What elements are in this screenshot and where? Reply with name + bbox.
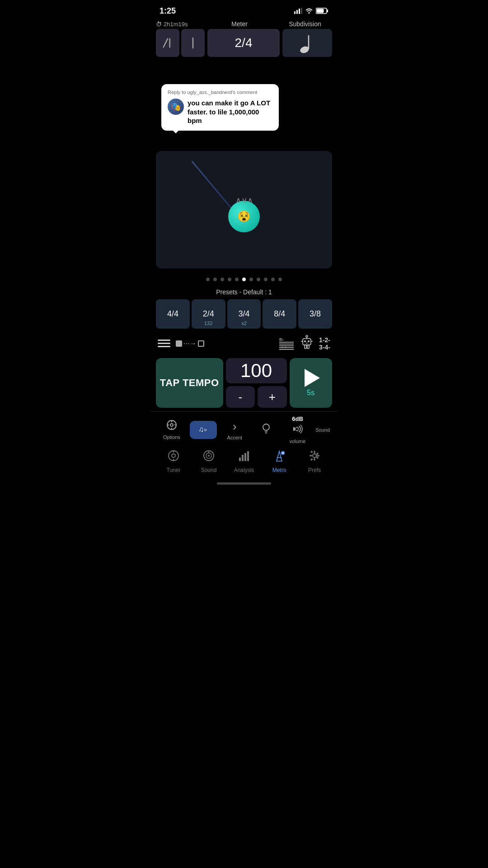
dot-3[interactable] xyxy=(221,278,224,281)
dot-8[interactable] xyxy=(257,278,260,281)
beat-pattern-2-button[interactable] xyxy=(181,29,205,57)
sheet-music-button[interactable]: B♭ ♩ ♩ xyxy=(278,336,295,351)
nav-sound-top[interactable]: 6dB volume xyxy=(284,415,311,444)
analysis-icon xyxy=(238,449,250,465)
svg-point-26 xyxy=(306,335,308,337)
anim-box-filled xyxy=(176,340,182,347)
dot-10[interactable] xyxy=(271,278,275,281)
accent-icon: › xyxy=(233,420,237,434)
dot-11[interactable] xyxy=(278,278,282,281)
list-icon xyxy=(158,340,170,347)
count-label: 1-2-3-4- xyxy=(319,336,330,351)
svg-point-30 xyxy=(170,424,173,426)
svg-point-23 xyxy=(308,340,310,342)
subdivision-button[interactable] xyxy=(282,29,332,57)
bpm-display: 100 xyxy=(226,358,287,383)
sound-top-label: volume xyxy=(290,439,305,444)
preset-8-4-label: 8/4 xyxy=(274,309,285,319)
comment-reply-label: Reply to ugly_ass._bandnerd's comment xyxy=(168,90,272,95)
dot-9[interactable] xyxy=(264,278,267,281)
preset-4-4-label: 4/4 xyxy=(167,309,178,319)
comment-text: you can make it go A LOT faster. to lile… xyxy=(188,99,272,125)
preset-3-4-button[interactable]: 3/4 x2 xyxy=(227,299,261,329)
bottom-nav-main: Tuner Sound Analysis xyxy=(150,446,338,481)
status-bar: 1:25 xyxy=(150,0,338,20)
svg-rect-49 xyxy=(242,455,244,461)
nav-sound-main[interactable]: Sound xyxy=(193,449,225,473)
tap-tempo-button[interactable]: TAP TEMPO xyxy=(156,358,223,408)
dot-6-active[interactable] xyxy=(242,278,246,281)
crown-icon: ∧∨∧ xyxy=(235,195,253,205)
tools-row: ···→ B♭ ♩ ♩ xyxy=(150,332,338,354)
svg-point-55 xyxy=(313,454,316,458)
nav-options[interactable]: Options xyxy=(158,420,185,440)
preset-3-8-button[interactable]: 3/8 xyxy=(298,299,332,329)
svg-point-37 xyxy=(263,424,269,430)
tuner-label: Tuner xyxy=(167,467,181,473)
presets-label: Presets - Default : 1 xyxy=(150,287,338,299)
bpm-plus-label: + xyxy=(269,390,276,404)
preset-2-4-button[interactable]: 2/4 132 xyxy=(192,299,225,329)
svg-rect-48 xyxy=(239,458,241,461)
bpm-adj-row: - + xyxy=(226,386,287,408)
svg-rect-51 xyxy=(247,451,249,461)
svg-line-7 xyxy=(164,39,168,47)
svg-rect-20 xyxy=(305,345,306,349)
options-icon xyxy=(166,420,177,433)
meter-button[interactable]: 2/4 xyxy=(207,29,280,57)
timer-icon: ⏱ xyxy=(156,21,162,28)
options-label: Options xyxy=(163,434,180,440)
nav-light[interactable] xyxy=(253,423,280,437)
comment-popup: Reply to ugly_ass._bandnerd's comment 🎭 … xyxy=(161,84,279,131)
preset-2-4-label: 2/4 xyxy=(203,309,214,319)
page-dots xyxy=(150,272,338,287)
animation-button[interactable]: ···→ xyxy=(176,340,204,348)
bpm-plus-button[interactable]: + xyxy=(258,386,287,408)
dot-1[interactable] xyxy=(206,278,210,281)
svg-rect-50 xyxy=(244,453,246,461)
svg-rect-5 xyxy=(327,9,328,12)
robot-button[interactable] xyxy=(300,335,314,352)
nav-tuner[interactable]: Tuner xyxy=(158,449,189,473)
status-icons xyxy=(294,8,328,14)
dot-2[interactable] xyxy=(213,278,217,281)
bpm-section: TAP TEMPO 100 - + 5s xyxy=(150,358,338,408)
svg-text:B♭: B♭ xyxy=(279,337,284,342)
dot-7[interactable] xyxy=(249,278,253,281)
tuner-icon xyxy=(167,449,180,465)
dot-5[interactable] xyxy=(235,278,239,281)
svg-point-46 xyxy=(208,455,210,457)
metronome-display: ∧∨∧ 😵 xyxy=(156,151,332,269)
metronome-top-area: Reply to ugly_ass._bandnerd's comment 🎭 … xyxy=(156,57,332,147)
preset-8-4-button[interactable]: 8/4 xyxy=(263,299,296,329)
svg-text:♫: ♫ xyxy=(198,425,204,433)
subdivision-label: Subdivision xyxy=(289,20,321,28)
anim-arrow-icon: ···→ xyxy=(183,340,197,348)
beat-pattern-1-button[interactable] xyxy=(156,29,179,57)
list-button[interactable] xyxy=(158,340,170,347)
nav-accent[interactable]: › Accent xyxy=(221,420,248,440)
nav-analysis[interactable]: Analysis xyxy=(228,449,260,473)
bpm-minus-button[interactable]: - xyxy=(226,386,255,408)
nav-metro[interactable]: + Metro xyxy=(263,449,295,473)
svg-point-41 xyxy=(172,454,175,458)
preset-3-4-label: 3/4 xyxy=(238,309,249,319)
signal-icon xyxy=(294,8,302,14)
svg-rect-6 xyxy=(317,9,324,13)
nav-prefs[interactable]: Prefs xyxy=(299,449,330,473)
sound-main-label: Sound xyxy=(201,467,217,473)
volume-indicator: 6dB xyxy=(292,415,303,422)
status-time: 1:25 xyxy=(160,6,176,16)
sound-main-icon xyxy=(202,449,215,465)
accent-label: Accent xyxy=(227,435,242,440)
bottom-nav-top: Options ♫ = › Accent 6dB xyxy=(150,411,338,446)
preset-4-4-button[interactable]: 4/4 xyxy=(156,299,190,329)
preset-3-8-label: 3/8 xyxy=(310,309,321,319)
count-button[interactable]: 1-2-3-4- xyxy=(319,336,330,351)
dot-4[interactable] xyxy=(228,278,231,281)
subdivision-header: Subdivision xyxy=(278,20,332,28)
meter-header: Meter xyxy=(201,20,278,28)
play-button[interactable]: 5s xyxy=(290,358,333,408)
sound-label-top: Sound xyxy=(315,427,330,433)
nav-music-active[interactable]: ♫ = xyxy=(190,421,217,439)
